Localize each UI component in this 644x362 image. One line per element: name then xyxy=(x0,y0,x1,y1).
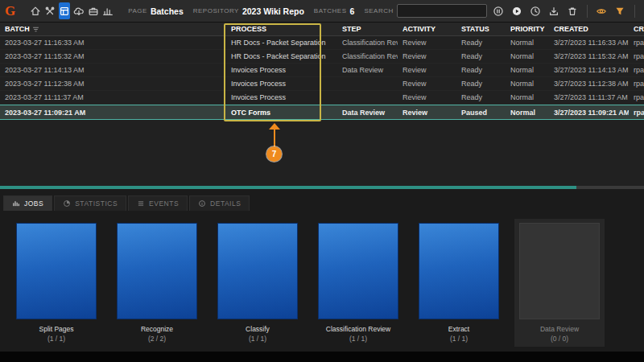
cases-button[interactable] xyxy=(88,2,99,19)
job-card[interactable]: Classification Review (1 / 1) xyxy=(313,219,403,347)
table-row[interactable]: 2023-03-27 11:14:13 AM Invoices Process … xyxy=(0,64,644,77)
job-count: (1 / 1) xyxy=(450,335,468,343)
tab-label: JOBS xyxy=(24,200,43,208)
job-thumbnail xyxy=(217,223,298,319)
pause-icon xyxy=(493,6,504,17)
cell-priority: Normal xyxy=(506,93,549,101)
job-name: Data Review xyxy=(540,325,579,333)
tab-jobs[interactable]: JOBS xyxy=(3,195,52,211)
job-card[interactable]: Recognize (2 / 2) xyxy=(112,219,202,347)
details-icon xyxy=(198,200,206,208)
statistics-icon xyxy=(63,200,71,208)
job-card[interactable]: Split Pages (1 / 1) xyxy=(11,219,101,347)
cell-created: 3/27/2023 11:15:32 AM xyxy=(549,52,629,60)
cell-activity: Review xyxy=(398,39,456,47)
cell-status: Ready xyxy=(456,93,506,101)
funnel-icon xyxy=(614,6,625,17)
job-count: (0 / 0) xyxy=(551,335,568,343)
tab-details[interactable]: DETAILS xyxy=(189,195,250,211)
search-input[interactable] xyxy=(397,4,487,18)
job-count: (2 / 2) xyxy=(148,335,166,343)
filter-button[interactable] xyxy=(612,2,629,19)
bar-chart-icon xyxy=(102,6,114,17)
job-thumbnail xyxy=(419,223,499,319)
job-card[interactable]: Data Review (0 / 0) xyxy=(514,219,605,347)
cell-created: 3/27/2023 11:11:37 AM xyxy=(549,93,629,101)
cell-created-by: rpat xyxy=(629,93,644,101)
cell-process: HR Docs - Packet Separation xyxy=(226,52,337,60)
column-header-status[interactable]: STATUS xyxy=(456,25,506,33)
column-header-created[interactable]: CREATED xyxy=(549,25,629,33)
cell-created: 3/27/2023 11:14:13 AM xyxy=(549,66,629,74)
column-header-activity[interactable]: ACTIVITY xyxy=(398,25,456,33)
stats-button[interactable] xyxy=(102,2,114,19)
cell-batch: 2023-03-27 11:11:37 AM xyxy=(0,93,226,101)
column-header-priority[interactable]: PRIORITY xyxy=(506,25,549,33)
column-header-created-by[interactable]: CREATED BY xyxy=(629,25,644,33)
job-name: Recognize xyxy=(141,325,173,333)
toolbar-divider xyxy=(634,5,635,18)
repository-connection-button[interactable] xyxy=(641,2,644,19)
job-name: Extract xyxy=(448,325,469,333)
job-name: Split Pages xyxy=(39,325,74,333)
imports-button[interactable] xyxy=(73,2,85,19)
page-selector[interactable]: Batches xyxy=(151,6,184,16)
download-tray-icon xyxy=(548,6,559,17)
table-row-selected[interactable]: 2023-03-27 11:09:21 AM OTC Forms Data Re… xyxy=(0,105,644,120)
trash-icon xyxy=(567,6,578,17)
cell-priority: Normal xyxy=(506,109,549,117)
cell-status: Paused xyxy=(456,109,506,117)
batches-count-value: 6 xyxy=(350,6,355,16)
cell-priority: Normal xyxy=(506,52,549,60)
tab-statistics[interactable]: STATISTICS xyxy=(54,195,126,211)
cell-activity: Review xyxy=(398,109,456,117)
design-tools-button[interactable] xyxy=(44,2,56,19)
cell-process: Invoices Process xyxy=(226,80,337,88)
batch-table-header: BATCH PROCESS STEP ACTIVITY STATUS PRIOR… xyxy=(0,23,644,36)
history-button[interactable] xyxy=(527,2,544,19)
import-batch-button[interactable] xyxy=(546,2,563,19)
home-button[interactable] xyxy=(30,2,41,19)
cell-created: 3/27/2023 11:12:38 AM xyxy=(549,80,629,88)
column-header-step[interactable]: STEP xyxy=(337,25,398,33)
repository-selector[interactable]: 2023 Wiki Repo xyxy=(242,6,304,16)
job-count: (1 / 1) xyxy=(349,335,367,343)
cell-created-by: rpat xyxy=(629,66,644,74)
panel-tabs: JOBS STATISTICS EVENTS DETAILS xyxy=(0,189,644,211)
batches-icon xyxy=(59,6,70,17)
table-row[interactable]: 2023-03-27 11:11:37 AM Invoices Process … xyxy=(0,91,644,105)
cell-process: Invoices Process xyxy=(226,66,337,74)
cell-created-by: rpat xyxy=(629,52,644,60)
cell-batch: 2023-03-27 11:15:32 AM xyxy=(0,52,226,60)
resume-batch-button[interactable] xyxy=(509,2,526,19)
cell-created-by: rpat xyxy=(629,109,644,117)
cell-created-by: rpat xyxy=(629,80,644,88)
toolbar-actions: ? xyxy=(490,2,644,19)
tools-icon xyxy=(44,6,56,17)
cell-batch: 2023-03-27 11:12:38 AM xyxy=(0,80,226,88)
batch-detail-panel: JOBS STATISTICS EVENTS DETAILS Split Pag… xyxy=(0,189,644,352)
job-name: Classify xyxy=(246,325,270,333)
cell-priority: Normal xyxy=(506,80,549,88)
view-options-button[interactable] xyxy=(593,2,610,19)
cell-step: Classification Revi... xyxy=(337,52,398,60)
job-card[interactable]: Classify (1 / 1) xyxy=(213,219,303,347)
column-header-batch[interactable]: BATCH xyxy=(0,25,226,33)
cell-process: OTC Forms xyxy=(226,109,337,117)
job-cards: Split Pages (1 / 1) Recognize (2 / 2) Cl… xyxy=(0,211,644,347)
batch-list: BATCH PROCESS STEP ACTIVITY STATUS PRIOR… xyxy=(0,23,644,186)
job-count: (1 / 1) xyxy=(47,335,65,343)
column-header-process[interactable]: PROCESS xyxy=(226,25,337,33)
table-row[interactable]: 2023-03-27 11:12:38 AM Invoices Process … xyxy=(0,77,644,91)
table-row[interactable]: 2023-03-27 11:15:32 AM HR Docs - Packet … xyxy=(0,50,644,64)
tab-events[interactable]: EVENTS xyxy=(128,195,188,211)
table-row[interactable]: 2023-03-27 11:16:33 AM HR Docs - Packet … xyxy=(0,36,644,50)
top-toolbar: G PAGE Batches REPOSITORY 2023 Wiki Repo… xyxy=(0,0,644,23)
job-card[interactable]: Extract (1 / 1) xyxy=(414,219,504,347)
batches-button[interactable] xyxy=(59,2,70,19)
cell-activity: Review xyxy=(398,66,456,74)
delete-batch-button[interactable] xyxy=(564,2,581,19)
play-icon xyxy=(511,6,522,17)
pause-batch-button[interactable] xyxy=(490,2,507,19)
tab-label: DETAILS xyxy=(210,200,241,208)
